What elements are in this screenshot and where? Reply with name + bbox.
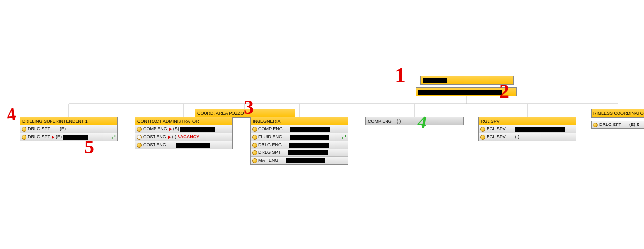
- table-row[interactable]: FLUID ENG ⇄: [251, 133, 348, 141]
- rigless-coordinator-node[interactable]: RIGLESS COORDINATO: [591, 109, 644, 118]
- status-bullet-icon: [252, 135, 257, 140]
- comp-eng-leaf-node[interactable]: COMP ENG ( ): [365, 117, 464, 125]
- status-bullet-icon: [137, 127, 142, 132]
- root-title: [421, 76, 513, 84]
- swap-icon: ⇄: [111, 133, 116, 141]
- table-row[interactable]: RGL SPV: [479, 125, 576, 133]
- redacted-name: [176, 143, 210, 148]
- rigless-coordinator-title: RIGLESS COORDINATO: [592, 109, 644, 117]
- table-row[interactable]: MAT ENG: [251, 156, 348, 164]
- status-bullet-icon: [252, 150, 257, 155]
- vacancy-label: VACANCY: [178, 133, 199, 141]
- table-row[interactable]: DRLG SPT (E): [20, 125, 117, 133]
- role-label: COST ENG: [143, 133, 166, 141]
- rgl-spv-title: RGL SPV: [479, 117, 576, 125]
- status-bullet-icon: [480, 135, 485, 140]
- role-label: DRLG SPT: [599, 121, 621, 128]
- redacted-name: [290, 127, 330, 132]
- redacted-name: [290, 135, 329, 140]
- root-node[interactable]: [420, 76, 514, 85]
- drilling-superintendent-node[interactable]: DRILLING SUPERINTENDENT 1 DRLG SPT (E) D…: [20, 117, 118, 141]
- table-row[interactable]: DRLG SPT: [251, 149, 348, 156]
- paren-label: ( ): [397, 119, 401, 124]
- red-triangle-icon: [168, 135, 171, 139]
- annotation-4: 4: [5, 103, 17, 125]
- status-bullet-icon: [137, 143, 142, 148]
- root-subtitle: [416, 88, 516, 96]
- role-label: RGL SPV: [487, 125, 506, 133]
- table-row[interactable]: RGL SPV ( ): [479, 133, 576, 141]
- contract-administrator-node[interactable]: CONTRACT ADMINISTRATOR COMP ENG (S) COST…: [135, 117, 233, 149]
- status-bullet-hollow-icon: [137, 135, 142, 140]
- redacted-name: [515, 127, 565, 132]
- role-label: DRLG SPT: [28, 133, 50, 141]
- red-triangle-icon: [169, 127, 172, 131]
- redacted-name: [286, 158, 325, 163]
- status-bullet-icon: [593, 123, 598, 127]
- table-row[interactable]: DRLG SPT (E) ⇄: [20, 133, 117, 141]
- swap-icon: ⇄: [342, 133, 346, 141]
- paren-label: (S): [173, 125, 179, 133]
- status-bullet-icon: [252, 143, 257, 148]
- status-bullet-icon: [252, 127, 257, 132]
- role-label: DRLG SPT: [258, 149, 281, 156]
- role-label: MAT ENG: [258, 157, 278, 164]
- comp-eng-title: COMP ENG ( ): [366, 117, 463, 125]
- role-label: DRLG ENG: [258, 141, 282, 149]
- table-row[interactable]: COST ENG: [135, 141, 232, 149]
- role-label: DRLG SPT: [28, 125, 50, 133]
- paren-label: (E): [60, 125, 66, 133]
- redacted-name: [289, 143, 329, 148]
- paren-label: (E) S: [629, 121, 640, 128]
- role-label: COST ENG: [143, 141, 166, 149]
- redacted-name: [63, 135, 88, 140]
- table-row[interactable]: DRLG ENG: [251, 141, 348, 149]
- rigless-child-node[interactable]: DRLG SPT (E) S: [591, 121, 644, 129]
- role-label: COMP ENG: [143, 125, 167, 133]
- table-row[interactable]: COST ENG ( ) VACANCY: [135, 133, 232, 141]
- org-chart-canvas: { "top": { "title_redacted": "", "subtit…: [0, 0, 644, 249]
- paren-label: ( ): [172, 133, 177, 141]
- redacted-name: [180, 127, 215, 132]
- table-row[interactable]: DRLG SPT (E) S: [592, 121, 644, 128]
- redacted-name: [288, 150, 328, 155]
- paren-label: (E): [56, 133, 62, 141]
- status-bullet-icon: [22, 127, 26, 132]
- drilling-superintendent-title: DRILLING SUPERINTENDENT 1: [20, 117, 117, 125]
- coord-area-pozzo-title: COORD. AREA POZZO: [195, 109, 295, 117]
- status-bullet-icon: [22, 135, 26, 140]
- role-label: COMP ENG: [258, 125, 283, 133]
- role-label: FLUID ENG: [258, 133, 282, 141]
- contract-administrator-title: CONTRACT ADMINISTRATOR: [135, 117, 232, 125]
- table-row[interactable]: COMP ENG (S): [135, 125, 232, 133]
- status-bullet-icon: [480, 127, 485, 132]
- annotation-1: 1: [395, 63, 406, 88]
- ingegneria-node[interactable]: INGEGNERIA COMP ENG FLUID ENG ⇄ DRLG ENG…: [250, 117, 348, 165]
- ingegneria-title: INGEGNERIA: [251, 117, 348, 125]
- role-label: COMP ENG: [368, 119, 392, 124]
- paren-label: ( ): [515, 133, 520, 141]
- status-bullet-icon: [252, 158, 257, 163]
- role-label: RGL SPV: [487, 133, 506, 141]
- rgl-spv-node[interactable]: RGL SPV RGL SPV RGL SPV ( ): [478, 117, 576, 141]
- table-row[interactable]: COMP ENG: [251, 125, 348, 133]
- red-triangle-icon: [52, 135, 54, 139]
- root-subtitle-node[interactable]: [416, 87, 517, 96]
